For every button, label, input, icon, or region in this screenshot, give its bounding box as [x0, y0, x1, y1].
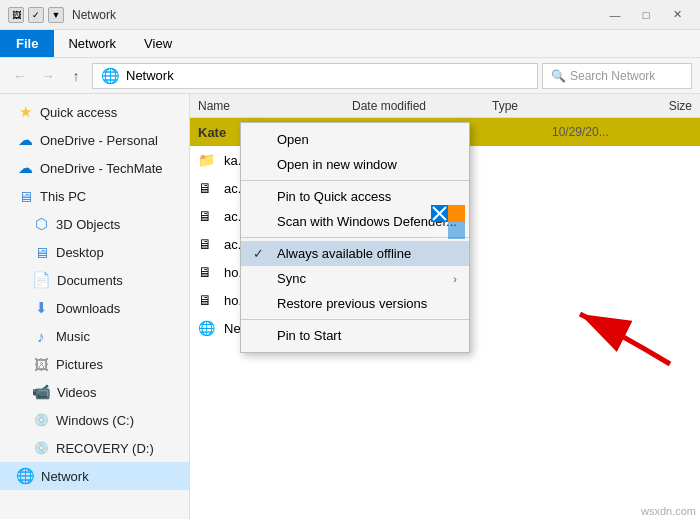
sidebar-item-pictures[interactable]: 🖼 Pictures — [0, 350, 189, 378]
col-header-name: Name — [198, 99, 352, 113]
title-icon-1: 🖼 — [8, 7, 24, 23]
sidebar-network-label: Network — [41, 469, 89, 484]
title-bar: 🖼 ✓ ▼ Network — □ ✕ — [0, 0, 700, 30]
ctx-sync-arrow: › — [453, 273, 457, 285]
quick-access-icon: ★ — [16, 103, 34, 121]
menu-file[interactable]: File — [0, 30, 54, 57]
defender-icon — [431, 205, 465, 239]
file-list-header: Name Date modified Type Size — [190, 94, 700, 118]
watermark: wsxdn.com — [641, 505, 696, 517]
file-icon: 📁 — [198, 152, 218, 168]
3d-objects-icon: ⬡ — [32, 215, 50, 233]
search-placeholder: Search Network — [570, 69, 655, 83]
sidebar-3d-objects-label: 3D Objects — [56, 217, 120, 232]
sidebar-item-downloads[interactable]: ⬇ Downloads — [0, 294, 189, 322]
menu-network[interactable]: Network — [54, 30, 130, 57]
ctx-check-always: ✓ — [253, 246, 269, 261]
title-bar-icons: 🖼 ✓ ▼ — [8, 7, 64, 23]
sidebar-onedrive-personal-label: OneDrive - Personal — [40, 133, 158, 148]
sidebar-downloads-label: Downloads — [56, 301, 120, 316]
ctx-open[interactable]: Open — [241, 127, 469, 152]
sidebar-item-desktop[interactable]: 🖥 Desktop — [0, 238, 189, 266]
sidebar-item-videos[interactable]: 📹 Videos — [0, 378, 189, 406]
maximize-button[interactable]: □ — [631, 5, 661, 25]
ctx-open-new-window-label: Open in new window — [277, 157, 397, 172]
ctx-open-label: Open — [277, 132, 309, 147]
file-icon: 🖥 — [198, 236, 218, 252]
ctx-always-available[interactable]: ✓ Always available offline — [241, 241, 469, 266]
file-icon: 🖥 — [198, 292, 218, 308]
back-button[interactable]: ← — [8, 64, 32, 88]
sidebar-item-3d-objects[interactable]: ⬡ 3D Objects — [0, 210, 189, 238]
this-pc-icon: 🖥 — [16, 188, 34, 205]
sidebar-item-documents[interactable]: 📄 Documents — [0, 266, 189, 294]
ctx-sync[interactable]: Sync › — [241, 266, 469, 291]
desktop-icon: 🖥 — [32, 244, 50, 261]
ctx-pin-to-start[interactable]: Pin to Start — [241, 323, 469, 348]
svg-rect-3 — [448, 222, 465, 239]
ctx-pin-quick-access-label: Pin to Quick access — [277, 189, 391, 204]
sidebar-quick-access-label: Quick access — [40, 105, 117, 120]
ctx-sync-label: Sync — [277, 271, 306, 286]
network-icon: 🌐 — [16, 467, 35, 485]
windows-c-icon: 💿 — [32, 413, 50, 427]
sidebar-videos-label: Videos — [57, 385, 97, 400]
minimize-button[interactable]: — — [600, 5, 630, 25]
context-menu: Open Open in new window Pin to Quick acc… — [240, 122, 470, 353]
sidebar: ★ Quick access ☁ OneDrive - Personal ☁ O… — [0, 94, 190, 519]
forward-button[interactable]: → — [36, 64, 60, 88]
pictures-icon: 🖼 — [32, 356, 50, 373]
sidebar-this-pc-label: This PC — [40, 189, 86, 204]
sidebar-music-label: Music — [56, 329, 90, 344]
sidebar-recovery-d-label: RECOVERY (D:) — [56, 441, 154, 456]
onedrive-personal-icon: ☁ — [16, 131, 34, 149]
window-title: Network — [72, 8, 116, 22]
col-header-size: Size — [612, 99, 692, 113]
sidebar-item-windows-c[interactable]: 💿 Windows (C:) — [0, 406, 189, 434]
sidebar-item-onedrive-techmate[interactable]: ☁ OneDrive - TechMate — [0, 154, 189, 182]
sidebar-item-quick-access[interactable]: ★ Quick access — [0, 98, 189, 126]
downloads-icon: ⬇ — [32, 299, 50, 317]
sidebar-windows-c-label: Windows (C:) — [56, 413, 134, 428]
sidebar-item-this-pc[interactable]: 🖥 This PC — [0, 182, 189, 210]
recovery-d-icon: 💿 — [32, 441, 50, 455]
ctx-scan-defender-label: Scan with Windows Defender... — [277, 214, 457, 229]
search-box[interactable]: 🔍 Search Network — [542, 63, 692, 89]
ctx-restore-previous[interactable]: Restore previous versions — [241, 291, 469, 316]
file-icon: 🖥 — [198, 180, 218, 196]
svg-rect-1 — [448, 205, 465, 222]
ctx-scan-defender[interactable]: Scan with Windows Defender... — [241, 209, 469, 234]
sidebar-onedrive-techmate-label: OneDrive - TechMate — [40, 161, 163, 176]
close-button[interactable]: ✕ — [662, 5, 692, 25]
window-controls: — □ ✕ — [600, 5, 692, 25]
ctx-separator-3 — [241, 319, 469, 320]
ctx-open-new-window[interactable]: Open in new window — [241, 152, 469, 177]
sidebar-item-recovery-d[interactable]: 💿 RECOVERY (D:) — [0, 434, 189, 462]
sidebar-desktop-label: Desktop — [56, 245, 104, 260]
content-area: Name Date modified Type Size Kate 10/29/… — [190, 94, 700, 519]
ctx-always-available-label: Always available offline — [277, 246, 411, 261]
ctx-restore-previous-label: Restore previous versions — [277, 296, 427, 311]
sidebar-item-onedrive-personal[interactable]: ☁ OneDrive - Personal — [0, 126, 189, 154]
main-layout: ★ Quick access ☁ OneDrive - Personal ☁ O… — [0, 94, 700, 519]
svg-rect-2 — [431, 222, 448, 239]
address-path: Network — [126, 68, 174, 83]
kate-date: 10/29/20... — [552, 125, 692, 139]
sidebar-item-music[interactable]: ♪ Music — [0, 322, 189, 350]
up-button[interactable]: ↑ — [64, 64, 88, 88]
music-icon: ♪ — [32, 328, 50, 345]
network-folder-icon: 🌐 — [101, 67, 120, 85]
onedrive-techmate-icon: ☁ — [16, 159, 34, 177]
documents-icon: 📄 — [32, 271, 51, 289]
ctx-separator-1 — [241, 180, 469, 181]
search-icon: 🔍 — [551, 69, 566, 83]
address-bar: ← → ↑ 🌐 Network 🔍 Search Network — [0, 58, 700, 94]
menu-bar: File Network View — [0, 30, 700, 58]
videos-icon: 📹 — [32, 383, 51, 401]
ctx-pin-to-start-label: Pin to Start — [277, 328, 341, 343]
menu-view[interactable]: View — [130, 30, 186, 57]
address-input[interactable]: 🌐 Network — [92, 63, 538, 89]
col-header-date: Date modified — [352, 99, 492, 113]
sidebar-item-network[interactable]: 🌐 Network — [0, 462, 189, 490]
sidebar-documents-label: Documents — [57, 273, 123, 288]
